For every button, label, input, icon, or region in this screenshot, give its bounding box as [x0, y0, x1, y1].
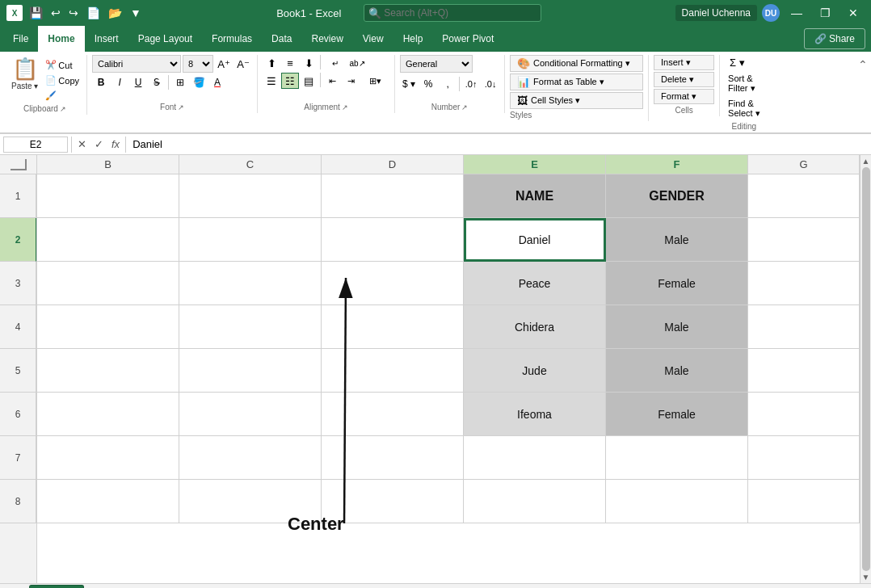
- percent-btn[interactable]: %: [419, 76, 437, 92]
- tab-home[interactable]: Home: [38, 26, 84, 52]
- cell-d8[interactable]: [322, 480, 464, 523]
- select-all-btn[interactable]: [11, 159, 27, 170]
- decrease-decimal-btn[interactable]: .0↓: [482, 76, 499, 92]
- col-header-c[interactable]: C: [179, 155, 322, 174]
- open-btn[interactable]: 📂: [107, 6, 124, 19]
- format-btn[interactable]: Format ▾: [654, 89, 714, 104]
- tab-data[interactable]: Data: [262, 26, 301, 52]
- cell-g6[interactable]: [748, 393, 860, 436]
- cell-c1[interactable]: [179, 174, 322, 218]
- close-btn[interactable]: ✕: [842, 5, 865, 21]
- font-color-btn[interactable]: A: [208, 74, 226, 90]
- cell-b8[interactable]: [37, 480, 179, 523]
- cell-g7[interactable]: [748, 436, 860, 480]
- cell-f3[interactable]: Female: [606, 262, 748, 305]
- cell-g8[interactable]: [748, 480, 860, 523]
- cell-e6[interactable]: Ifeoma: [464, 393, 606, 436]
- cell-f7[interactable]: [606, 436, 748, 480]
- cell-f2[interactable]: Male: [606, 218, 748, 262]
- cell-c4[interactable]: [179, 305, 322, 349]
- delete-btn[interactable]: Delete ▾: [654, 72, 714, 87]
- cell-f8[interactable]: [606, 480, 748, 523]
- share-btn[interactable]: 🔗 Share: [804, 28, 865, 49]
- increase-decimal-btn[interactable]: .0↑: [462, 76, 480, 92]
- cell-styles-btn[interactable]: 🖼 Cell Styles ▾: [510, 92, 643, 109]
- tab-view[interactable]: View: [353, 26, 393, 52]
- bold-btn[interactable]: B: [92, 74, 110, 90]
- format-as-table-btn[interactable]: 📊 Format as Table ▾: [510, 74, 643, 90]
- borders-btn[interactable]: ⊞: [171, 74, 189, 90]
- bottom-align-btn[interactable]: ⬇: [300, 55, 318, 71]
- tab-file[interactable]: File: [3, 26, 38, 52]
- tab-review[interactable]: Review: [301, 26, 352, 52]
- maximize-btn[interactable]: ❐: [814, 5, 837, 21]
- col-header-b[interactable]: B: [37, 155, 179, 174]
- insert-btn[interactable]: Insert ▾: [654, 55, 714, 70]
- cell-g1[interactable]: [748, 174, 860, 218]
- new-btn[interactable]: 📄: [85, 6, 102, 19]
- user-button[interactable]: Daniel Uchenna: [675, 5, 757, 21]
- cell-b6[interactable]: [37, 393, 179, 436]
- cell-c6[interactable]: [179, 393, 322, 436]
- cell-g2[interactable]: [748, 218, 860, 262]
- align-left-btn[interactable]: ☰: [263, 73, 280, 89]
- sort-filter-btn[interactable]: Sort &Filter ▾: [725, 72, 764, 95]
- cell-b5[interactable]: [37, 349, 179, 393]
- save-btn[interactable]: 💾: [27, 6, 44, 19]
- cell-e5[interactable]: Jude: [464, 349, 606, 393]
- tab-help[interactable]: Help: [393, 26, 433, 52]
- tab-formulas[interactable]: Formulas: [202, 26, 262, 52]
- col-header-e[interactable]: E: [464, 155, 606, 174]
- cut-button[interactable]: ✂️ Cut: [43, 58, 82, 72]
- cell-f4[interactable]: Male: [606, 305, 748, 349]
- cell-b4[interactable]: [37, 305, 179, 349]
- fx-btn[interactable]: fx: [109, 138, 122, 150]
- cell-e4[interactable]: Chidera: [464, 305, 606, 349]
- cell-d3[interactable]: [322, 262, 464, 305]
- font-size-select[interactable]: 8: [183, 55, 213, 73]
- cell-f1[interactable]: GENDER: [606, 174, 748, 218]
- name-box[interactable]: [3, 136, 68, 153]
- sheet-tab-sheet1[interactable]: Sheet1: [29, 585, 84, 588]
- currency-btn[interactable]: $ ▾: [400, 76, 418, 92]
- cell-e1[interactable]: NAME: [464, 174, 606, 218]
- cell-b3[interactable]: [37, 262, 179, 305]
- tab-page-layout[interactable]: Page Layout: [128, 26, 202, 52]
- formula-input[interactable]: [129, 138, 868, 150]
- decrease-font-btn[interactable]: A⁻: [234, 55, 252, 73]
- tab-insert[interactable]: Insert: [85, 26, 128, 52]
- cell-c7[interactable]: [179, 436, 322, 480]
- conditional-formatting-btn[interactable]: 🎨 Conditional Formatting ▾: [510, 55, 643, 72]
- paste-button[interactable]: 📋 Paste ▾: [8, 55, 41, 92]
- cell-b2[interactable]: [37, 218, 179, 262]
- number-format-select[interactable]: General: [400, 55, 473, 73]
- cell-g5[interactable]: [748, 349, 860, 393]
- cell-g3[interactable]: [748, 262, 860, 305]
- cell-d2[interactable]: [322, 218, 464, 262]
- vertical-scrollbar[interactable]: ▲ ▼: [860, 155, 871, 583]
- strikethrough-btn[interactable]: S̶: [148, 74, 166, 90]
- cancel-formula-btn[interactable]: ✕: [75, 138, 89, 150]
- collapse-ribbon-btn[interactable]: ⌃: [858, 58, 868, 71]
- copy-button[interactable]: 📄 Copy: [43, 74, 82, 87]
- col-header-g[interactable]: G: [748, 155, 860, 174]
- decrease-indent-btn[interactable]: ⇤: [323, 73, 341, 89]
- wrap-text-btn[interactable]: ↵: [323, 55, 347, 71]
- cell-c3[interactable]: [179, 262, 322, 305]
- cell-d4[interactable]: [322, 305, 464, 349]
- find-select-btn[interactable]: Find &Select ▾: [725, 97, 764, 120]
- align-center-btn[interactable]: ☷: [281, 73, 299, 89]
- cell-d5[interactable]: [322, 349, 464, 393]
- underline-btn[interactable]: U: [129, 74, 147, 90]
- search-input[interactable]: [364, 4, 541, 22]
- orientation-btn[interactable]: ab↗: [348, 55, 366, 71]
- comma-btn[interactable]: ,: [439, 76, 457, 92]
- format-painter-button[interactable]: 🖌️: [43, 89, 82, 103]
- cell-d6[interactable]: [322, 393, 464, 436]
- sum-btn[interactable]: Σ ▾: [725, 55, 764, 70]
- col-header-d[interactable]: D: [322, 155, 464, 174]
- qa-more[interactable]: ▼: [128, 6, 143, 19]
- increase-indent-btn[interactable]: ⇥: [342, 73, 360, 89]
- top-align-btn[interactable]: ⬆: [263, 55, 280, 71]
- cell-f6[interactable]: Female: [606, 393, 748, 436]
